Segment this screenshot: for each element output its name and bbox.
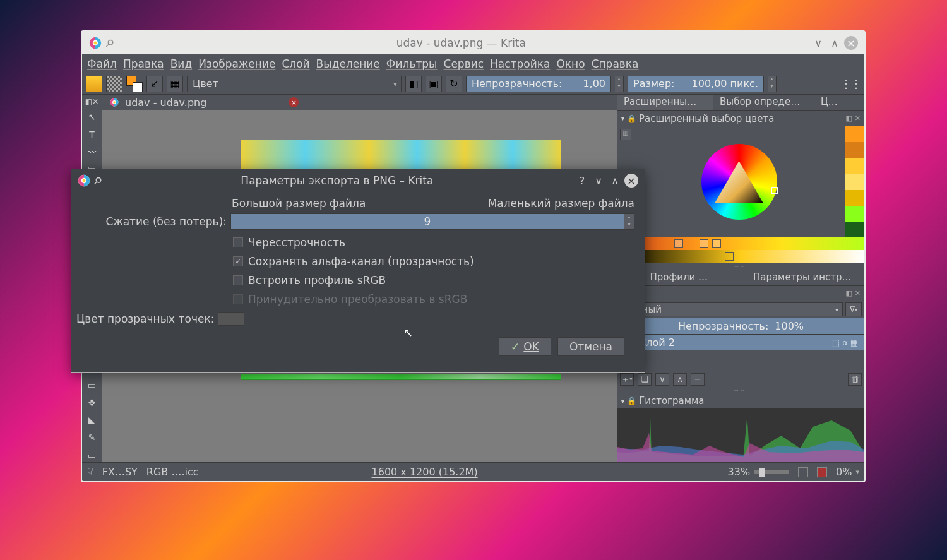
opacity-spin-arrows[interactable]: ▴▾: [615, 76, 624, 92]
blending-mode-combo[interactable]: Цвет▾: [187, 76, 402, 92]
layer-lock-icon[interactable]: ⬚: [832, 338, 840, 347]
menu-file[interactable]: Файл: [87, 57, 117, 70]
close-button[interactable]: ×: [844, 36, 858, 50]
layer-opacity-slider[interactable]: Непрозрачность:100%: [617, 318, 864, 334]
close-docker-icon[interactable]: ✕: [855, 114, 861, 122]
brush-editor-button[interactable]: ↙: [146, 76, 163, 92]
canvas-artwork-top: [241, 140, 561, 172]
alpha-label: Сохранять альфа-канал (прозрачность): [248, 255, 474, 268]
ok-button[interactable]: ✓OK: [499, 337, 551, 356]
expand-button[interactable]: ∧: [608, 174, 622, 188]
cancel-button[interactable]: Отмена: [557, 337, 624, 356]
menu-tools[interactable]: Сервис: [444, 57, 484, 70]
hue-marker[interactable]: [771, 187, 778, 194]
compression-slider[interactable]: 9: [230, 213, 624, 230]
transform-tool-icon[interactable]: ✥: [85, 396, 99, 410]
document-tab[interactable]: udav - udav.png ×: [102, 95, 306, 110]
gradient-preset-button[interactable]: [86, 76, 102, 92]
menu-window[interactable]: Окно: [556, 57, 585, 70]
document-tabstrip: udav - udav.png ×: [102, 95, 617, 110]
document-tab-close-icon[interactable]: ×: [289, 97, 299, 107]
alpha-color-well[interactable]: [218, 312, 244, 326]
color-slider-hue[interactable]: [617, 237, 864, 250]
collapse-icon[interactable]: ▾: [621, 398, 624, 405]
eraser-toggle[interactable]: ◧: [405, 76, 422, 92]
collapse-button[interactable]: ∨: [592, 174, 605, 188]
float-icon[interactable]: ◧: [845, 289, 852, 297]
move-down-button[interactable]: ∨: [655, 373, 669, 386]
layer-props-icon[interactable]: ▦: [850, 338, 858, 347]
color-wheel[interactable]: [633, 126, 845, 237]
maximize-button[interactable]: ∧: [828, 36, 842, 50]
embed-srgb-checkbox[interactable]: [233, 275, 243, 285]
layer-blend-combo[interactable]: альный▾: [620, 302, 843, 316]
rect-select-tool-icon[interactable]: ▭: [85, 448, 99, 462]
big-file-label: Большой размер файла: [232, 197, 366, 210]
compression-spin-arrows[interactable]: ▴▾: [624, 213, 634, 230]
resize-grip-icon[interactable]: ┉┉: [617, 263, 864, 270]
tab-advanced-color[interactable]: Расширенны…: [617, 95, 713, 110]
minimize-button[interactable]: ∨: [811, 36, 825, 50]
menu-edit[interactable]: Правка: [123, 57, 164, 70]
dialog-icon: [78, 174, 90, 187]
tab-tool-params[interactable]: Параметры инстр…: [741, 270, 865, 285]
menu-select[interactable]: Выделение: [316, 57, 380, 70]
zoom-control-2[interactable]: 0% ▾: [836, 466, 859, 478]
menu-help[interactable]: Справка: [592, 57, 639, 70]
recent-swatches[interactable]: [845, 126, 864, 237]
size-spin-arrows[interactable]: ▴▾: [768, 76, 777, 92]
layer-actions-bar: ＋▾ ❏ ∨ ∧ ≡ 🗑: [617, 371, 864, 387]
selection-icon[interactable]: ☟: [87, 466, 93, 478]
tab-specific-color[interactable]: Выбор опреде…: [713, 95, 814, 110]
fit-page-icon[interactable]: [798, 467, 808, 477]
dialog-titlebar[interactable]: ⚲ Параметры экспорта в PNG – Krita ? ∨ ∧…: [71, 169, 645, 192]
add-layer-button[interactable]: ＋▾: [620, 373, 634, 386]
duplicate-layer-button[interactable]: ❏: [638, 373, 652, 386]
opacity-spinner[interactable]: Непрозрачность:1,00: [466, 76, 611, 92]
alpha-checkbox[interactable]: [233, 256, 243, 266]
interlace-checkbox[interactable]: [233, 237, 243, 247]
titlebar[interactable]: ⚲ udav - udav.png — Krita ∨ ∧ ×: [82, 32, 864, 54]
menu-settings[interactable]: Настройка: [490, 57, 550, 70]
calligraphy-tool-icon[interactable]: 〰: [85, 145, 99, 159]
force-srgb-row: Принудительно преобразовать в sRGB: [233, 293, 634, 306]
lock-icon[interactable]: 🔒: [627, 396, 636, 405]
delete-layer-button[interactable]: 🗑: [848, 373, 862, 386]
alpha-lock-toggle[interactable]: ▣: [426, 76, 442, 92]
reload-brush-button[interactable]: ↻: [446, 76, 462, 92]
tab-hue[interactable]: Ц…: [814, 95, 852, 110]
menu-filters[interactable]: Фильтры: [386, 57, 438, 70]
toolbox-undock-icon[interactable]: ◧✕: [85, 97, 98, 106]
toolbar-overflow-icon[interactable]: ⋮⋮: [840, 77, 861, 90]
canvas-only-icon[interactable]: [817, 467, 827, 477]
color-slider-value[interactable]: [617, 250, 864, 263]
float-icon[interactable]: ◧: [845, 114, 852, 122]
zoom-slider-1[interactable]: [754, 470, 789, 474]
move-tool-icon[interactable]: ↖: [85, 110, 99, 124]
collapse-icon[interactable]: ▾: [621, 115, 624, 122]
menu-view[interactable]: Вид: [170, 57, 192, 70]
menu-layer[interactable]: Слой: [282, 57, 309, 70]
force-srgb-label: Принудительно преобразовать в sRGB: [248, 293, 467, 306]
lock-icon[interactable]: 🔒: [627, 114, 636, 123]
brush-grid-button[interactable]: ▦: [167, 76, 183, 92]
close-docker-icon[interactable]: ✕: [855, 289, 861, 297]
menu-image[interactable]: Изображение: [198, 57, 275, 70]
layer-item[interactable]: 👁 Слой 2 ⬚α▦: [617, 334, 864, 350]
crop-tool-icon[interactable]: ▭: [85, 378, 99, 392]
zoom-control-1[interactable]: 33%: [728, 466, 790, 478]
resize-grip-icon[interactable]: ┉┉: [617, 387, 864, 394]
move-up-button[interactable]: ∧: [673, 373, 687, 386]
layer-properties-button[interactable]: ≡: [691, 373, 705, 386]
dialog-close-button[interactable]: ×: [624, 174, 638, 188]
fill-tool-icon[interactable]: ◣: [85, 414, 99, 427]
size-spinner[interactable]: Размер:100,00 пикс.: [628, 76, 764, 92]
layer-alpha-icon[interactable]: α: [842, 338, 848, 347]
compression-row: Сжатие (без потерь): 9 ▴▾: [76, 213, 634, 230]
layer-filter-button[interactable]: ∇▾: [845, 302, 862, 316]
help-button[interactable]: ?: [575, 174, 589, 188]
pattern-preset-button[interactable]: [106, 76, 122, 92]
fg-bg-swatch[interactable]: [126, 76, 143, 92]
picker-tool-icon[interactable]: ✎: [85, 431, 99, 444]
text-tool-icon[interactable]: T: [85, 128, 99, 141]
